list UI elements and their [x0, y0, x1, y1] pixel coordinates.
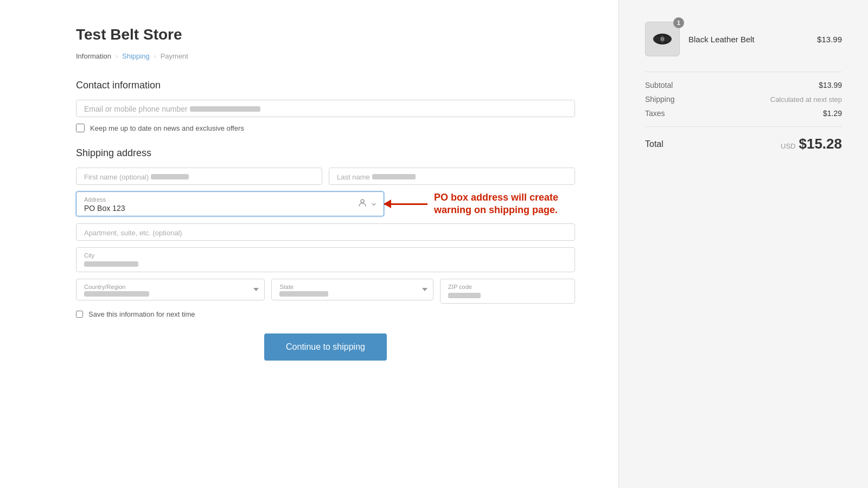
city-field-group: City	[76, 247, 575, 272]
total-label: Total	[645, 139, 663, 149]
country-redacted	[84, 291, 149, 297]
continue-button[interactable]: Continue to shipping	[264, 333, 387, 361]
apt-placeholder: Apartment, suite, etc. (optional)	[84, 229, 182, 237]
subtotal-line: Subtotal $13.99	[645, 81, 842, 89]
total-currency: USD	[781, 142, 795, 150]
country-field-col: Country/Region	[76, 279, 265, 304]
state-redacted	[279, 291, 328, 297]
shipping-label: Shipping	[645, 95, 675, 104]
taxes-label: Taxes	[645, 109, 665, 118]
country-chevron-icon[interactable]	[253, 288, 259, 291]
shipping-line: Shipping Calculated at next step	[645, 95, 842, 104]
annotation-container: PO box address will create warning on sh…	[384, 191, 575, 217]
address-row-wrapper: Address	[76, 191, 575, 217]
last-name-group: Last name	[329, 168, 575, 185]
first-name-placeholder: First name (optional)	[84, 173, 149, 181]
address-label: Address	[84, 196, 358, 203]
total-amount: $15.28	[799, 136, 842, 152]
address-input-wrapper: Address	[76, 191, 384, 216]
shipping-value: Calculated at next step	[770, 95, 842, 104]
shipping-section-title: Shipping address	[76, 147, 575, 159]
email-placeholder: Email or mobile phone number	[84, 105, 188, 113]
state-label: State	[279, 284, 413, 290]
subtotal-label: Subtotal	[645, 81, 673, 89]
address-input[interactable]	[84, 204, 358, 213]
arrow-line	[384, 203, 427, 205]
newsletter-label[interactable]: Keep me up to date on news and exclusive…	[90, 124, 244, 132]
contact-section-title: Contact information	[76, 80, 575, 91]
first-name-redacted	[151, 174, 189, 179]
zip-input-wrapper: ZIP code	[440, 279, 575, 304]
annotation-text: PO box address will create warning on sh…	[434, 191, 575, 217]
state-field-col: State	[271, 279, 433, 304]
save-info-checkbox[interactable]	[76, 311, 83, 318]
order-item: 1 Black Leather Belt $13.99	[645, 22, 842, 56]
total-line: Total USD $15.28	[645, 136, 842, 152]
arrow-head	[384, 200, 391, 208]
store-title: Test Belt Store	[76, 26, 575, 43]
state-select-wrapper: State	[271, 279, 433, 300]
svg-point-0	[361, 200, 364, 203]
newsletter-checkbox-row: Keep me up to date on news and exclusive…	[76, 124, 575, 132]
taxes-line: Taxes $1.29	[645, 109, 842, 118]
address-person-icon[interactable]	[358, 198, 377, 210]
breadcrumb-payment[interactable]: Payment	[161, 52, 188, 60]
email-input-wrapper: Email or mobile phone number	[76, 100, 575, 117]
country-select-wrapper: Country/Region	[76, 279, 265, 300]
taxes-value: $1.29	[823, 109, 842, 118]
product-image	[645, 22, 680, 56]
city-input-wrapper: City	[76, 247, 575, 272]
arrow-container: PO box address will create warning on sh…	[384, 191, 575, 217]
save-info-label[interactable]: Save this information for next time	[88, 310, 195, 318]
apt-field-group: Apartment, suite, etc. (optional)	[76, 223, 575, 241]
region-row: Country/Region State ZIP code	[76, 279, 575, 304]
newsletter-checkbox[interactable]	[76, 124, 85, 132]
last-name-wrapper: Last name	[329, 168, 575, 185]
product-name: Black Leather Belt	[688, 35, 808, 44]
product-info: Black Leather Belt	[688, 35, 808, 44]
last-name-placeholder: Last name	[337, 173, 370, 181]
city-label: City	[84, 252, 567, 259]
breadcrumb-sep-2: ›	[154, 53, 156, 60]
breadcrumb-sep-1: ›	[116, 53, 118, 60]
breadcrumb: Information › Shipping › Payment	[76, 52, 575, 60]
divider-1	[645, 72, 842, 72]
save-info-row: Save this information for next time	[76, 310, 575, 318]
zip-redacted	[448, 293, 481, 298]
zip-field-col: ZIP code	[440, 279, 575, 304]
country-label: Country/Region	[84, 284, 245, 290]
total-value: USD $15.28	[781, 136, 842, 152]
product-badge: 1	[673, 17, 684, 28]
svg-rect-4	[662, 35, 663, 42]
city-redacted	[84, 261, 138, 267]
first-name-wrapper: First name (optional)	[76, 168, 322, 185]
product-image-wrapper: 1	[645, 22, 680, 56]
name-row: First name (optional) Last name	[76, 168, 575, 185]
subtotal-value: $13.99	[819, 81, 842, 89]
first-name-group: First name (optional)	[76, 168, 322, 185]
last-name-redacted	[372, 174, 416, 179]
divider-2	[645, 126, 842, 127]
state-chevron-icon[interactable]	[422, 288, 427, 291]
breadcrumb-shipping[interactable]: Shipping	[122, 52, 150, 60]
apt-input-wrapper: Apartment, suite, etc. (optional)	[76, 223, 575, 241]
email-redacted	[190, 106, 260, 112]
zip-label: ZIP code	[448, 284, 567, 290]
right-panel: 1 Black Leather Belt $13.99 Subtotal $13…	[618, 0, 868, 488]
product-price: $13.99	[817, 35, 842, 44]
email-field-group: Email or mobile phone number	[76, 100, 575, 117]
left-panel: Test Belt Store Information › Shipping ›…	[0, 0, 618, 488]
breadcrumb-information[interactable]: Information	[76, 52, 111, 60]
